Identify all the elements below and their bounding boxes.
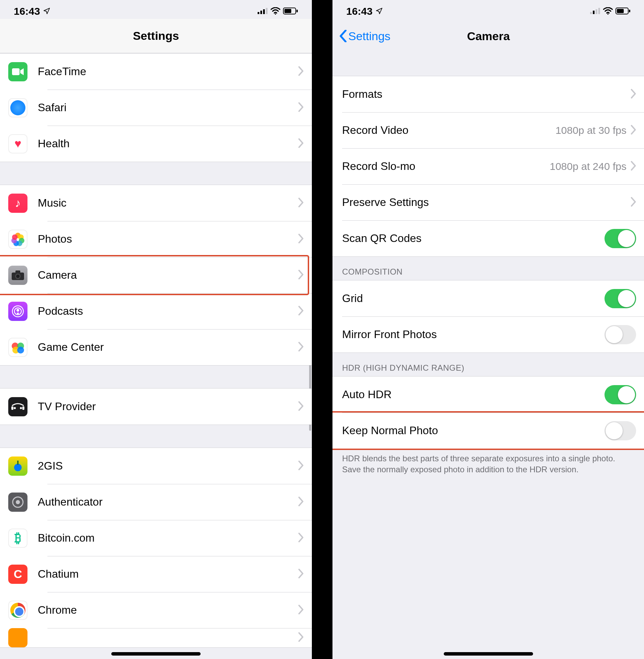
camera-row-recslomo[interactable]: Record Slo-mo1080p at 240 fps [332, 148, 644, 184]
svg-point-19 [16, 275, 20, 278]
battery-icon [283, 5, 298, 17]
nav-header: Settings [0, 19, 312, 53]
toggle-qrcodes[interactable] [605, 229, 636, 248]
settings-row-music[interactable]: ♪Music [0, 185, 312, 221]
camera-settings-list[interactable]: FormatsRecord Video1080p at 30 fpsRecord… [332, 53, 644, 659]
location-icon [43, 5, 50, 17]
svg-rect-7 [296, 10, 298, 12]
svg-rect-37 [596, 9, 597, 14]
page-title: Settings [133, 29, 179, 43]
svg-rect-28 [22, 406, 24, 410]
svg-rect-17 [15, 270, 20, 273]
chevron-right-icon [631, 159, 636, 174]
dual-screenshot-container: 16:43 Settings FaceTimeS [0, 0, 644, 659]
gamecenter-icon [8, 338, 27, 357]
chevron-right-icon [298, 232, 304, 246]
section-footer: HDR blends the best parts of three separ… [332, 449, 644, 475]
row-label: Preserve Settings [342, 196, 631, 209]
row-label: Grid [342, 292, 605, 305]
camera-row-qrcodes[interactable]: Scan QR Codes [332, 220, 644, 256]
svg-rect-0 [258, 12, 259, 14]
svg-point-31 [14, 464, 22, 471]
auth-icon [8, 493, 27, 512]
music-icon: ♪ [8, 194, 27, 213]
settings-row-auth[interactable]: Authenticator [0, 484, 312, 520]
chevron-right-icon [298, 495, 304, 509]
camera-row-mirror[interactable]: Mirror Front Photos [332, 316, 644, 352]
facetime-icon [8, 62, 27, 81]
chevron-right-icon [298, 567, 304, 581]
row-label: Safari [38, 101, 298, 114]
row-label: Auto HDR [342, 388, 605, 401]
camera-row-recvideo[interactable]: Record Video1080p at 30 fps [332, 112, 644, 148]
row-label: Podcasts [38, 305, 298, 317]
cell-signal-icon [590, 5, 600, 17]
settings-row-podcasts[interactable]: Podcasts [0, 293, 312, 329]
settings-row-btc[interactable]: ₿Bitcoin.com [0, 520, 312, 556]
chevron-right-icon [298, 268, 304, 282]
row-label: Game Center [38, 341, 298, 354]
settings-row-camera[interactable]: Camera [0, 257, 312, 293]
svg-point-34 [16, 500, 20, 504]
settings-row-gamecenter[interactable]: Game Center [0, 329, 312, 365]
back-label: Settings [348, 30, 391, 43]
phone-settings-list: 16:43 Settings FaceTimeS [0, 0, 312, 659]
status-bar: 16:43 [0, 0, 312, 19]
row-label: Scan QR Codes [342, 232, 605, 245]
chevron-right-icon [298, 137, 304, 151]
settings-row-2gis[interactable]: 2GIS [0, 448, 312, 484]
settings-list[interactable]: FaceTimeSafari♥Health♪MusicPhotosCameraP… [0, 53, 312, 659]
settings-row-photos[interactable]: Photos [0, 221, 312, 257]
camera-row-grid[interactable]: Grid [332, 280, 644, 316]
page-title: Camera [467, 30, 510, 43]
settings-row-chrome[interactable]: Chrome [0, 592, 312, 628]
row-label: Formats [342, 88, 631, 101]
settings-row-health[interactable]: ♥Health [0, 126, 312, 162]
svg-rect-35 [590, 12, 592, 14]
settings-row-facetime[interactable]: FaceTime [0, 54, 312, 90]
camera-row-preserve[interactable]: Preserve Settings [332, 184, 644, 220]
tv-icon [8, 397, 27, 416]
row-label: Chrome [38, 604, 298, 616]
wifi-icon [603, 5, 613, 17]
svg-rect-2 [263, 9, 265, 14]
svg-point-15 [12, 234, 18, 240]
toggle-grid[interactable] [605, 289, 636, 308]
chevron-right-icon [298, 101, 304, 115]
toggle-keepnormal[interactable] [605, 421, 636, 440]
btc-icon: ₿ [8, 529, 27, 548]
back-button[interactable]: Settings [339, 30, 391, 43]
settings-row-safari[interactable]: Safari [0, 90, 312, 126]
row-label: Photos [38, 233, 298, 245]
settings-row-tv[interactable]: TV Provider [0, 389, 312, 425]
camera-icon [8, 266, 27, 285]
camera-row-keepnormal[interactable]: Keep Normal Photo [332, 413, 644, 449]
svg-point-39 [607, 13, 609, 14]
settings-row-chatium[interactable]: CChatium [0, 556, 312, 592]
row-label: Authenticator [38, 496, 298, 508]
chevron-right-icon [298, 603, 304, 617]
camera-row-autohdr[interactable]: Auto HDR [332, 377, 644, 413]
row-label: 2GIS [38, 460, 298, 472]
row-label: Record Video [342, 124, 555, 137]
toggle-mirror[interactable] [605, 325, 636, 344]
phone-camera-settings: 16:43 Settings [332, 0, 644, 659]
row-label: Mirror Front Photos [342, 328, 605, 341]
svg-rect-42 [629, 10, 630, 12]
toggle-autohdr[interactable] [605, 385, 636, 404]
status-time: 16:43 [346, 5, 373, 17]
row-label: Keep Normal Photo [342, 424, 605, 437]
svg-point-4 [275, 13, 276, 14]
battery-icon [615, 5, 631, 17]
camera-row-formats[interactable]: Formats [332, 76, 644, 112]
chevron-right-icon [298, 340, 304, 355]
home-indicator[interactable] [444, 652, 533, 656]
row-label: TV Provider [38, 400, 298, 413]
section-header: COMPOSITION [332, 257, 644, 280]
home-indicator[interactable] [111, 652, 201, 656]
settings-row-last[interactable] [0, 628, 312, 647]
status-time: 16:43 [14, 5, 40, 17]
chevron-right-icon [298, 459, 304, 473]
row-label: Music [38, 197, 298, 209]
nav-header: Settings Camera [332, 19, 644, 53]
